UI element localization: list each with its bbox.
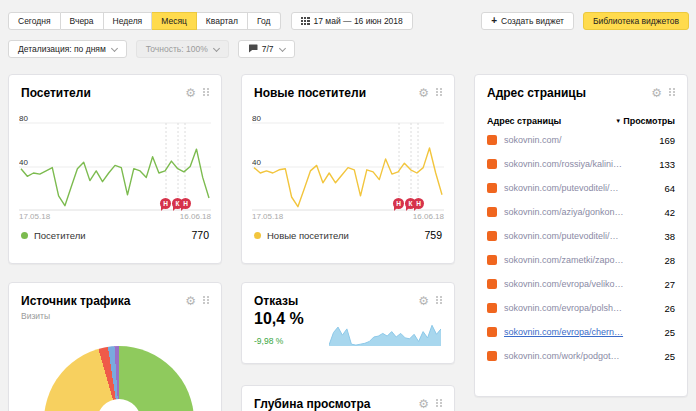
date-range-button[interactable]: 17 май — 16 июн 2018 [291, 12, 413, 30]
table-row: sokovnin.com/aziya/gonkon…42 [487, 200, 675, 224]
gear-icon[interactable]: ⚙ [418, 398, 429, 410]
column-header-url[interactable]: Адрес страницы [487, 116, 561, 126]
page-url-link[interactable]: sokovnin.com/evropa/veliko… [504, 279, 656, 289]
legend-label: Новые посетители [267, 230, 349, 241]
views-value: 25 [664, 351, 675, 362]
period-tab-2[interactable]: Неделя [104, 12, 153, 30]
legend-label: Посетители [34, 230, 86, 241]
drag-handle-icon[interactable] [436, 399, 444, 410]
views-value: 28 [664, 255, 675, 266]
drag-handle-icon[interactable] [669, 88, 677, 99]
table-row: sokovnin.com/putevoditeli/…38 [487, 224, 675, 248]
chevron-down-icon [111, 44, 118, 51]
widget-header: Новые посетители ⚙ [242, 75, 454, 100]
top-toolbar: СегодняВчераНеделяМесяцКварталГод 17 май… [8, 12, 689, 30]
period-tabs: СегодняВчераНеделяМесяцКварталГод [8, 12, 281, 30]
plus-icon: + [491, 16, 497, 26]
x-axis-end-label: 16.06.18 [180, 212, 211, 221]
widget-header: Посетители ⚙ [9, 75, 221, 100]
drag-handle-icon[interactable] [203, 296, 211, 307]
page-url-link[interactable]: sokovnin.com/evropa/polsh… [504, 303, 656, 313]
page-url-link[interactable]: sokovnin.com/zametki/zapo… [504, 255, 656, 265]
speech-bubble-icon [248, 44, 258, 55]
page-url-link[interactable]: sokovnin.com/aziya/gonkon… [504, 207, 656, 217]
create-widget-label: Создать виджет [501, 16, 564, 26]
create-widget-button[interactable]: + Создать виджет [481, 12, 574, 30]
drag-handle-icon[interactable] [436, 88, 444, 99]
legend-item[interactable]: Посетители 770 [21, 229, 209, 241]
widget-title: Глубина просмотра [254, 397, 418, 411]
widget-title: Новые посетители [254, 86, 418, 100]
table-row: sokovnin.com/evropa/veliko…27 [487, 272, 675, 296]
annotation-marker[interactable]: Н [393, 198, 404, 209]
widget-library-label: Библиотека виджетов [593, 16, 679, 26]
table-row: sokovnin.com/evropa/polsh…26 [487, 296, 675, 320]
widget-header: Отказы ⚙ [242, 283, 454, 308]
chevron-down-icon [279, 44, 286, 51]
page-url-link[interactable]: sokovnin.com/putevoditeli/… [504, 183, 656, 193]
drag-handle-icon[interactable] [203, 88, 211, 99]
widget-page-depth: Глубина просмотра ⚙ [241, 385, 455, 411]
gear-icon[interactable]: ⚙ [185, 295, 196, 307]
widget-new-visitors: Новые посетители ⚙ 8040НКН 17.05.18 16.0… [241, 74, 455, 264]
widget-bounces: Отказы ⚙ 10,4 % -9,98 % [241, 282, 455, 364]
filters-toolbar: Детализация: по дням Точность: 100% 7/7 [8, 40, 295, 58]
legend-dot [254, 232, 261, 239]
period-tab-0[interactable]: Сегодня [8, 12, 61, 30]
annotation-marker[interactable]: Н [160, 198, 171, 209]
sort-desc-icon: ▼ [615, 118, 621, 124]
views-value: 38 [664, 231, 675, 242]
period-tab-4[interactable]: Квартал [197, 12, 248, 30]
legend-item[interactable]: Новые посетители 759 [254, 229, 442, 241]
widget-page-address: Адрес страницы ⚙ Адрес страницы ▼ Просмо… [474, 74, 688, 397]
views-value: 64 [664, 183, 675, 194]
detalization-label: Детализация: по дням [18, 44, 106, 54]
period-tab-1[interactable]: Вчера [61, 12, 104, 30]
widget-header: Адрес страницы ⚙ [475, 75, 687, 100]
views-value: 25 [664, 327, 675, 338]
line-chart-area: 8040НКН [19, 113, 211, 213]
annotation-marker[interactable]: Н [180, 198, 191, 209]
legend-total: 759 [424, 229, 442, 241]
favicon-icon [487, 303, 497, 313]
gear-icon[interactable]: ⚙ [418, 295, 429, 307]
page-url-link[interactable]: sokovnin.com/work/podgot… [504, 351, 656, 361]
trend-value: -9,98 % [254, 336, 283, 346]
views-value: 26 [664, 303, 675, 314]
table-row: sokovnin.com/rossiya/kalini…133 [487, 152, 675, 176]
period-tab-3[interactable]: Месяц [152, 12, 197, 30]
views-value: 133 [659, 159, 675, 170]
gear-icon[interactable]: ⚙ [418, 87, 429, 99]
favicon-icon [487, 183, 497, 193]
precision-dropdown[interactable]: Точность: 100% [136, 40, 229, 58]
favicon-icon [487, 135, 497, 145]
gear-icon[interactable]: ⚙ [185, 87, 196, 99]
favicon-icon [487, 255, 497, 265]
widget-library-button[interactable]: Библиотека виджетов [583, 12, 689, 30]
page-url-link[interactable]: sokovnin.com/ [504, 135, 651, 145]
legend-dot [21, 232, 28, 239]
period-tab-5[interactable]: Год [248, 12, 281, 30]
detalization-dropdown[interactable]: Детализация: по дням [8, 40, 127, 58]
comments-dropdown[interactable]: 7/7 [238, 40, 295, 58]
svg-text:80: 80 [19, 114, 28, 123]
table-row: sokovnin.com/zametki/zapo…28 [487, 248, 675, 272]
column-header-views[interactable]: ▼ Просмотры [615, 116, 675, 126]
page-url-link[interactable]: sokovnin.com/evropa/chern… [504, 327, 656, 337]
widget-traffic-source: Источник трафика ⚙ Визиты [8, 282, 222, 411]
widget-header: Источник трафика ⚙ [9, 283, 221, 308]
widget-subtitle: Визиты [9, 308, 221, 321]
gear-icon[interactable]: ⚙ [651, 87, 662, 99]
page-url-link[interactable]: sokovnin.com/rossiya/kalini… [504, 159, 651, 169]
sparkline-chart [329, 324, 441, 346]
widget-title: Посетители [21, 86, 185, 100]
svg-text:80: 80 [252, 114, 261, 123]
chevron-down-icon [213, 44, 220, 51]
table-row: sokovnin.com/work/podgot…25 [487, 344, 675, 368]
x-axis-start-label: 17.05.18 [252, 212, 283, 221]
page-url-link[interactable]: sokovnin.com/putevoditeli/… [504, 231, 656, 241]
x-axis-labels: 17.05.18 16.06.18 [252, 212, 444, 221]
drag-handle-icon[interactable] [436, 296, 444, 307]
annotation-marker[interactable]: Н [413, 198, 424, 209]
views-value: 42 [664, 207, 675, 218]
